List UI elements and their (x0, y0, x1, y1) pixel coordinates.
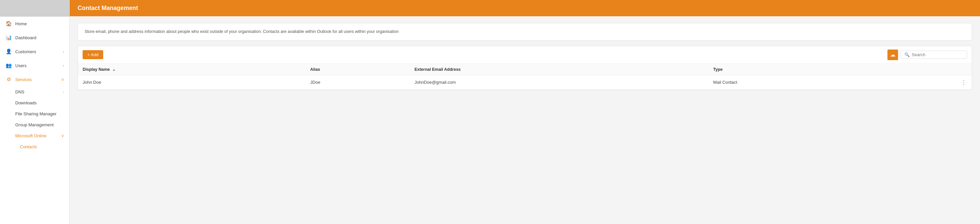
cloud-icon: ☁ (890, 51, 896, 58)
customers-icon: 👤 (5, 48, 12, 55)
sidebar-item-label: Home (15, 21, 27, 26)
add-button[interactable]: + Add (83, 50, 103, 59)
table-container: + Add ☁ 🔍 Display Name (78, 46, 972, 90)
sidebar-item-label: Customers (15, 49, 36, 54)
sidebar-item-users[interactable]: 👥 Users › (0, 59, 69, 72)
chevron-down-icon: ∨ (61, 77, 64, 82)
sidebar-logo (0, 0, 69, 17)
chevron-down-icon: ∨ (61, 134, 64, 138)
col-label: Type (713, 67, 722, 72)
sidebar-sub-item-contacts[interactable]: Contacts (0, 141, 69, 152)
col-type: Type (709, 64, 888, 75)
sidebar-item-dashboard[interactable]: 📊 Dashboard (0, 30, 69, 45)
sidebar-sub-item-dns[interactable]: DNS › (0, 86, 69, 98)
dashboard-icon: 📊 (5, 34, 12, 41)
description-text: Store email, phone and address informati… (84, 29, 398, 34)
cell-external-email: JohnDoe@gmail.com (410, 75, 708, 90)
sidebar-sub-label: File Sharing Manager (15, 111, 56, 116)
services-icon: ⚙ (5, 76, 12, 83)
col-alias: Alias (305, 64, 410, 75)
row-actions-button[interactable]: ⋮ (888, 75, 972, 90)
sidebar-sub-item-group-management[interactable]: Group Management (0, 119, 69, 130)
toolbar-right: ☁ 🔍 (888, 50, 967, 60)
cell-type: Mail Contact (709, 75, 888, 90)
col-label: Display Name (83, 67, 110, 72)
col-external-email: External Email Address (410, 64, 708, 75)
table-row: John Doe JDoe JohnDoe@gmail.com Mail Con… (78, 75, 972, 90)
users-icon: 👥 (5, 62, 12, 69)
sidebar-item-label: Services (15, 77, 32, 82)
sidebar-sub-label: DNS (15, 90, 24, 94)
col-display-name[interactable]: Display Name ▲ (78, 64, 305, 75)
table-toolbar: + Add ☁ 🔍 (78, 46, 972, 64)
main-content: Contact Management Store email, phone an… (70, 0, 980, 224)
sidebar-item-home[interactable]: 🏠 Home (0, 17, 69, 30)
description-box: Store email, phone and address informati… (78, 23, 972, 40)
col-actions (888, 64, 972, 75)
sidebar-item-services[interactable]: ⚙ Services ∨ (0, 72, 69, 86)
sidebar-item-label: Dashboard (15, 35, 37, 40)
content-area: Store email, phone and address informati… (70, 16, 980, 224)
contacts-table: Display Name ▲ Alias External Email Addr… (78, 64, 972, 90)
sidebar-sub-item-file-sharing[interactable]: File Sharing Manager (0, 108, 69, 119)
search-input[interactable] (912, 52, 963, 57)
sidebar-sub-label: Microsoft Online (15, 133, 46, 138)
cell-display-name: John Doe (78, 75, 305, 90)
sidebar-sub-item-downloads[interactable]: Downloads (0, 98, 69, 108)
col-label: Alias (310, 67, 320, 72)
sidebar-sub-label: Contacts (20, 144, 37, 149)
sidebar-item-label: Users (15, 63, 27, 68)
cell-alias: JDoe (305, 75, 410, 90)
sidebar-item-customers[interactable]: 👤 Customers › (0, 45, 69, 59)
page-title: Contact Management (78, 5, 972, 12)
page-header: Contact Management (70, 0, 980, 16)
sidebar-sub-label: Downloads (15, 100, 37, 106)
chevron-right-icon: › (63, 50, 64, 53)
sort-arrow-icon: ▲ (112, 68, 115, 72)
chevron-right-icon: › (63, 90, 64, 94)
sidebar-sub-label: Group Management (15, 122, 54, 127)
table-body: John Doe JDoe JohnDoe@gmail.com Mail Con… (78, 75, 972, 90)
sidebar: 🏠 Home 📊 Dashboard 👤 Customers › 👥 Users… (0, 0, 70, 224)
search-box: 🔍 (901, 51, 967, 59)
table-header: Display Name ▲ Alias External Email Addr… (78, 64, 972, 75)
chevron-right-icon: › (63, 64, 64, 67)
search-icon: 🔍 (904, 52, 910, 57)
add-button-label: + Add (87, 52, 99, 57)
sidebar-sub-item-microsoft-online[interactable]: Microsoft Online ∨ (0, 130, 69, 141)
home-icon: 🏠 (5, 20, 12, 27)
cloud-button[interactable]: ☁ (888, 50, 898, 60)
col-label: External Email Address (414, 67, 460, 72)
